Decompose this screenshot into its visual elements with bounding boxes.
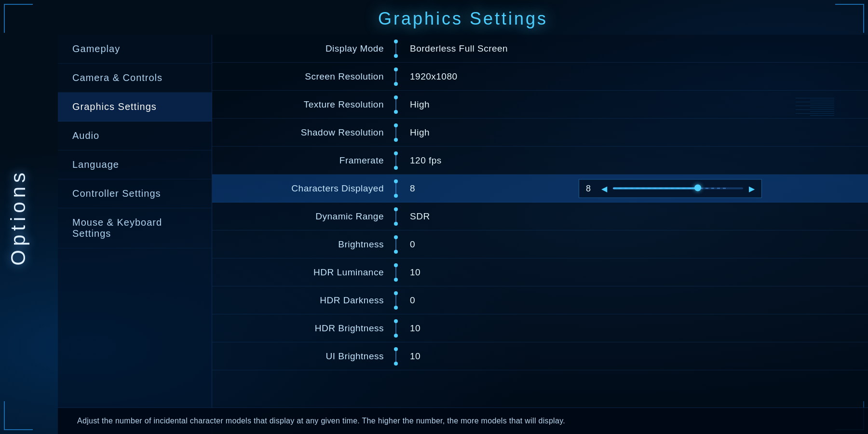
setting-value-shadow-resolution: High [396, 127, 868, 138]
setting-value-brightness: 0 [396, 239, 868, 250]
setting-row-display-mode[interactable]: Display ModeBorderless Full Screen [212, 35, 868, 63]
page-title: Graphics Settings [58, 0, 868, 35]
setting-divider-framerate [395, 153, 396, 168]
slider-dashes [613, 188, 743, 190]
slider-value: 8 [586, 183, 596, 193]
setting-label-hdr-darkness: HDR Darkness [212, 295, 395, 306]
setting-label-hdr-brightness: HDR Brightness [212, 323, 395, 334]
setting-label-screen-resolution: Screen Resolution [212, 71, 395, 82]
slider-popup: 8◀▶ [579, 179, 762, 198]
setting-row-hdr-darkness[interactable]: HDR Darkness0 [212, 286, 868, 314]
slider-left-arrow[interactable]: ◀ [601, 184, 607, 193]
setting-row-hdr-brightness[interactable]: HDR Brightness10 [212, 314, 868, 342]
setting-value-dynamic-range: SDR [396, 211, 868, 222]
sidebar-item-gameplay[interactable]: Gameplay [58, 35, 212, 64]
setting-divider-hdr-darkness [395, 293, 396, 308]
setting-row-brightness[interactable]: Brightness0 [212, 231, 868, 258]
main-panel: Graphics Settings GameplayCamera & Contr… [58, 0, 868, 434]
sidebar-item-mouse-keyboard[interactable]: Mouse & Keyboard Settings [58, 208, 212, 248]
setting-label-characters-displayed: Characters Displayed [212, 183, 395, 194]
setting-value-screen-resolution: 1920x1080 [396, 71, 868, 82]
setting-divider-hdr-luminance [395, 265, 396, 280]
sidebar: GameplayCamera & ControlsGraphics Settin… [58, 35, 212, 434]
setting-value-hdr-luminance: 10 [396, 267, 868, 278]
slider-thumb[interactable] [694, 185, 701, 191]
setting-value-hdr-brightness: 10 [396, 323, 868, 334]
options-text: Options [7, 169, 30, 266]
setting-divider-hdr-brightness [395, 321, 396, 336]
options-sidebar-label: Options [0, 0, 36, 434]
setting-value-texture-resolution: High [396, 99, 868, 110]
setting-label-shadow-resolution: Shadow Resolution [212, 127, 395, 138]
setting-value-ui-brightness: 10 [396, 351, 868, 362]
bottom-description: Adjust the number of incidental characte… [77, 417, 565, 425]
setting-row-texture-resolution[interactable]: Texture ResolutionHigh [212, 91, 868, 119]
sidebar-item-graphics-settings[interactable]: Graphics Settings [58, 93, 212, 122]
setting-label-dynamic-range: Dynamic Range [212, 211, 395, 222]
setting-value-hdr-darkness: 0 [396, 295, 868, 306]
sidebar-item-audio[interactable]: Audio [58, 122, 212, 150]
setting-divider-ui-brightness [395, 349, 396, 364]
setting-row-hdr-luminance[interactable]: HDR Luminance10 [212, 258, 868, 286]
setting-label-ui-brightness: UI Brightness [212, 351, 395, 362]
setting-label-hdr-luminance: HDR Luminance [212, 267, 395, 278]
setting-divider-characters-displayed [395, 181, 396, 196]
settings-panel: Display ModeBorderless Full ScreenScreen… [212, 35, 868, 434]
setting-label-brightness: Brightness [212, 239, 395, 250]
content-area: GameplayCamera & ControlsGraphics Settin… [58, 35, 868, 434]
setting-row-shadow-resolution[interactable]: Shadow ResolutionHigh [212, 119, 868, 147]
setting-divider-texture-resolution [395, 97, 396, 112]
slider-right-arrow[interactable]: ▶ [749, 184, 755, 193]
setting-row-ui-brightness[interactable]: UI Brightness10 [212, 342, 868, 370]
setting-divider-brightness [395, 237, 396, 252]
setting-divider-dynamic-range [395, 209, 396, 224]
setting-row-dynamic-range[interactable]: Dynamic RangeSDR [212, 203, 868, 231]
setting-row-framerate[interactable]: Framerate120 fps [212, 147, 868, 175]
slider-track[interactable] [613, 188, 743, 190]
sidebar-item-language[interactable]: Language [58, 150, 212, 179]
setting-label-framerate: Framerate [212, 155, 395, 166]
setting-label-display-mode: Display Mode [212, 43, 395, 54]
setting-value-display-mode: Borderless Full Screen [396, 43, 868, 54]
setting-row-screen-resolution[interactable]: Screen Resolution1920x1080 [212, 63, 868, 91]
setting-divider-screen-resolution [395, 69, 396, 84]
setting-label-texture-resolution: Texture Resolution [212, 99, 395, 110]
sidebar-item-controller-settings[interactable]: Controller Settings [58, 179, 212, 208]
sidebar-item-camera-controls[interactable]: Camera & Controls [58, 64, 212, 93]
setting-divider-display-mode [395, 41, 396, 56]
setting-divider-shadow-resolution [395, 125, 396, 140]
setting-value-framerate: 120 fps [396, 155, 868, 166]
bottom-bar: Adjust the number of incidental characte… [58, 407, 868, 434]
setting-row-characters-displayed[interactable]: Characters Displayed88◀▶ [212, 175, 868, 203]
